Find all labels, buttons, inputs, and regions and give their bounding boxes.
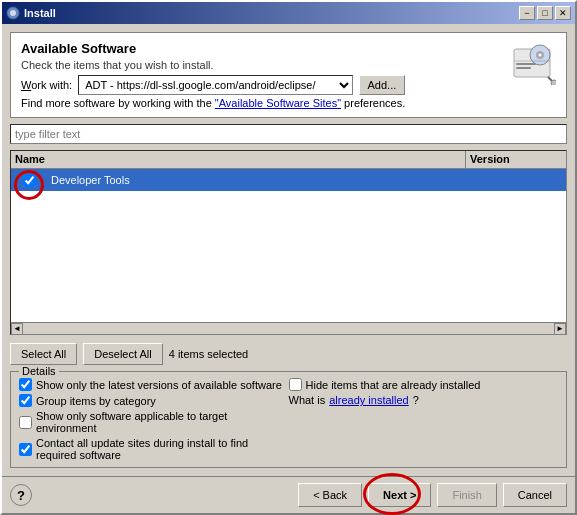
- tree-column-name: Name: [11, 151, 466, 168]
- finish-button[interactable]: Finish: [437, 483, 496, 507]
- nav-buttons: < Back Next > Finish Cancel: [298, 483, 567, 507]
- option-row-1: Show only the latest versions of availab…: [19, 378, 289, 391]
- already-installed-row: What is already installed?: [289, 394, 559, 406]
- filter-input[interactable]: [10, 124, 567, 144]
- already-installed-prefix: What is: [289, 394, 326, 406]
- details-inner: Show only the latest versions of availab…: [19, 378, 558, 461]
- items-selected-label: 4 items selected: [169, 348, 248, 360]
- content-area: Available Software Check the items that …: [2, 24, 575, 476]
- option-row-5: Hide items that are already installed: [289, 378, 559, 391]
- maximize-button[interactable]: □: [537, 6, 553, 20]
- option-checkbox-3[interactable]: [19, 416, 32, 429]
- cd-icon: [512, 41, 556, 85]
- work-with-label: Work with:: [21, 79, 72, 91]
- next-button[interactable]: Next >: [368, 483, 431, 507]
- back-button[interactable]: < Back: [298, 483, 362, 507]
- details-right: Hide items that are already installed Wh…: [289, 378, 559, 461]
- tree-column-version: Version: [466, 151, 566, 168]
- bottom-bar: ? < Back Next > Finish Cancel: [2, 476, 575, 513]
- details-legend: Details: [19, 365, 59, 377]
- window-icon: [6, 6, 20, 20]
- cancel-button[interactable]: Cancel: [503, 483, 567, 507]
- table-row[interactable]: Developer Tools: [11, 169, 566, 191]
- row-checkbox[interactable]: [23, 174, 36, 187]
- option-row-3: Show only software applicable to target …: [19, 410, 289, 434]
- header-text: Available Software Check the items that …: [21, 41, 405, 109]
- select-all-button[interactable]: Select All: [10, 343, 77, 365]
- option-label-4: Contact all update sites during install …: [36, 437, 289, 461]
- scroll-track[interactable]: [23, 323, 554, 334]
- option-label-5: Hide items that are already installed: [306, 379, 481, 391]
- page-subtitle: Check the items that you wish to install…: [21, 59, 405, 71]
- option-row-2: Group items by category: [19, 394, 289, 407]
- work-with-combo[interactable]: ADT - https://dl-ssl.google.com/android/…: [78, 75, 352, 95]
- row-label: Developer Tools: [47, 174, 566, 186]
- work-with-row: Work with: ADT - https://dl-ssl.google.c…: [21, 75, 405, 95]
- tree-header: Name Version: [11, 151, 566, 169]
- available-sites-suffix: preferences.: [341, 97, 405, 109]
- already-installed-link[interactable]: already installed: [329, 394, 409, 406]
- help-button[interactable]: ?: [10, 484, 32, 506]
- close-button[interactable]: ✕: [555, 6, 571, 20]
- option-label-2: Group items by category: [36, 395, 156, 407]
- option-row-4: Contact all update sites during install …: [19, 437, 289, 461]
- available-sites-row: Find more software by working with the "…: [21, 97, 405, 109]
- option-checkbox-1[interactable]: [19, 378, 32, 391]
- svg-rect-7: [516, 63, 536, 65]
- available-sites-prefix: Find more software by working with the: [21, 97, 215, 109]
- available-sites-link[interactable]: "Available Software Sites": [215, 97, 341, 109]
- title-bar-text: Install: [24, 7, 519, 19]
- add-button[interactable]: Add...: [359, 75, 406, 95]
- header-section: Available Software Check the items that …: [10, 32, 567, 118]
- svg-point-1: [10, 10, 16, 16]
- title-bar-buttons: − □ ✕: [519, 6, 571, 20]
- option-label-1: Show only the latest versions of availab…: [36, 379, 282, 391]
- scroll-left-arrow[interactable]: ◄: [11, 323, 23, 335]
- details-group: Details Show only the latest versions of…: [10, 371, 567, 468]
- already-installed-suffix: ?: [413, 394, 419, 406]
- option-checkbox-2[interactable]: [19, 394, 32, 407]
- install-window: Install − □ ✕ Available Software Check t…: [0, 0, 577, 515]
- option-label-3: Show only software applicable to target …: [36, 410, 289, 434]
- option-checkbox-4[interactable]: [19, 443, 32, 456]
- page-title: Available Software: [21, 41, 405, 56]
- checkbox-cell: [11, 174, 47, 187]
- next-button-wrapper: Next >: [368, 483, 431, 507]
- details-left: Show only the latest versions of availab…: [19, 378, 289, 461]
- minimize-button[interactable]: −: [519, 6, 535, 20]
- svg-rect-8: [516, 67, 531, 69]
- svg-point-5: [539, 54, 542, 57]
- svg-point-10: [551, 80, 556, 85]
- scroll-right-arrow[interactable]: ►: [554, 323, 566, 335]
- title-bar: Install − □ ✕: [2, 2, 575, 24]
- option-checkbox-5[interactable]: [289, 378, 302, 391]
- deselect-all-button[interactable]: Deselect All: [83, 343, 162, 365]
- tree-container: Name Version Developer Tools ◄ ►: [10, 150, 567, 335]
- horizontal-scrollbar[interactable]: ◄ ►: [11, 322, 566, 334]
- select-row: Select All Deselect All 4 items selected: [10, 343, 567, 365]
